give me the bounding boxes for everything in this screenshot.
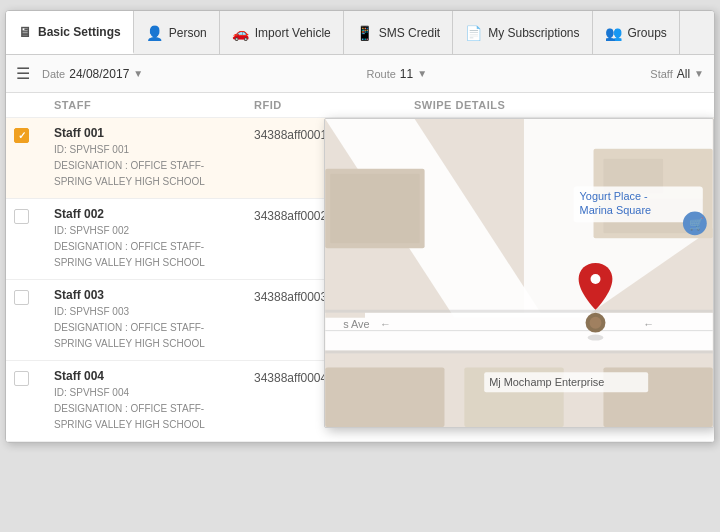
phone-icon: 📱	[356, 25, 373, 41]
checkbox-cell-3	[14, 288, 54, 305]
svg-text:Marina Square: Marina Square	[580, 204, 652, 216]
svg-text:Yogurt Place -: Yogurt Place -	[580, 190, 648, 202]
staff-info-3: Staff 003 ID: SPVHSF 003DESIGNATION : OF…	[54, 288, 254, 352]
route-chevron-icon: ▼	[417, 68, 427, 79]
svg-text:🛒: 🛒	[689, 216, 704, 231]
staff-info-1: Staff 001 ID: SPVHSF 001DESIGNATION : OF…	[54, 126, 254, 190]
checkbox-cell-2	[14, 207, 54, 224]
col-staff: STAFF	[54, 99, 254, 111]
staff-filter[interactable]: Staff All ▼	[650, 67, 704, 81]
person-icon: 👤	[146, 25, 163, 41]
row-checkbox-1[interactable]	[14, 128, 29, 143]
tab-sms-credit[interactable]: 📱 SMS Credit	[344, 11, 453, 54]
svg-rect-9	[330, 174, 419, 244]
col-swipe: SWIPE DETAILS	[414, 99, 706, 111]
date-chevron-icon: ▼	[133, 68, 143, 79]
group-icon: 👥	[605, 25, 622, 41]
svg-text:←: ←	[380, 318, 391, 330]
tab-person[interactable]: 👤 Person	[134, 11, 220, 54]
col-rfid: RFID	[254, 99, 414, 111]
main-window: 🖥 Basic Settings 👤 Person 🚗 Import Vehic…	[5, 10, 715, 443]
tab-basic-settings[interactable]: 🖥 Basic Settings	[6, 11, 134, 54]
svg-point-29	[590, 317, 602, 329]
monitor-icon: 🖥	[18, 24, 32, 40]
tab-groups[interactable]: 👥 Groups	[593, 11, 680, 54]
row-checkbox-2[interactable]	[14, 209, 29, 224]
table-header: STAFF RFID SWIPE DETAILS	[6, 93, 714, 118]
date-filter[interactable]: Date 24/08/2017 ▼	[42, 67, 143, 81]
hamburger-icon[interactable]: ☰	[16, 64, 30, 83]
tab-bar: 🖥 Basic Settings 👤 Person 🚗 Import Vehic…	[6, 11, 714, 55]
table-body: Staff 001 ID: SPVHSF 001DESIGNATION : OF…	[6, 118, 714, 442]
svg-text:Mj Mochamp Enterprise: Mj Mochamp Enterprise	[489, 376, 604, 388]
svg-point-26	[591, 274, 601, 284]
svg-rect-7	[325, 350, 712, 353]
staff-info-4: Staff 004 ID: SPVHSF 004DESIGNATION : OF…	[54, 369, 254, 433]
tab-my-subscriptions[interactable]: 📄 My Subscriptions	[453, 11, 592, 54]
car-icon: 🚗	[232, 25, 249, 41]
map-overlay[interactable]: s Ave ← Raffles Ave ← Yogurt Place - Mar…	[324, 118, 714, 428]
checkbox-cell-1	[14, 126, 54, 143]
row-checkbox-4[interactable]	[14, 371, 29, 386]
svg-text:←: ←	[643, 318, 654, 330]
svg-rect-13	[325, 367, 444, 427]
svg-text:s Ave: s Ave	[343, 318, 369, 330]
filter-bar: ☰ Date 24/08/2017 ▼ Route 11 ▼ Staff All…	[6, 55, 714, 93]
map-svg: s Ave ← Raffles Ave ← Yogurt Place - Mar…	[325, 119, 713, 427]
svg-rect-4	[325, 248, 365, 318]
route-filter[interactable]: Route 11 ▼	[366, 67, 427, 81]
staff-chevron-icon: ▼	[694, 68, 704, 79]
checkbox-cell-4	[14, 369, 54, 386]
tab-import-vehicle[interactable]: 🚗 Import Vehicle	[220, 11, 344, 54]
staff-info-2: Staff 002 ID: SPVHSF 002DESIGNATION : OF…	[54, 207, 254, 271]
doc-icon: 📄	[465, 25, 482, 41]
svg-point-27	[588, 335, 604, 341]
row-checkbox-3[interactable]	[14, 290, 29, 305]
svg-rect-6	[325, 310, 712, 313]
